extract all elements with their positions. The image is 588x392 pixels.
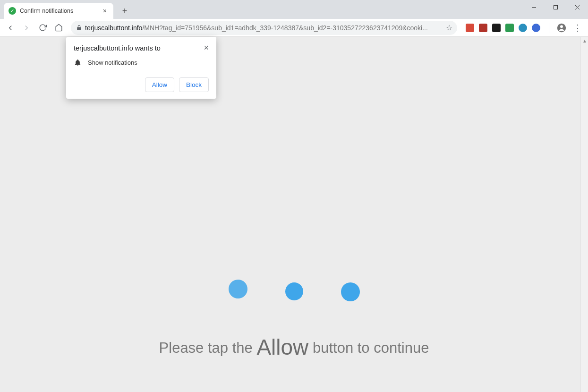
browser-tab[interactable]: Confirm notifications ×: [4, 3, 113, 19]
url-text: terjuscalbuttont.info/MNH?tag_id=751956&…: [85, 24, 443, 32]
address-bar[interactable]: terjuscalbuttont.info/MNH?tag_id=751956&…: [71, 21, 457, 35]
prompt-after: button to continue: [308, 340, 429, 356]
extension-icon[interactable]: [466, 24, 474, 32]
notification-permission-popup: terjuscalbuttont.info wants to × Show no…: [66, 37, 216, 99]
extension-icon[interactable]: [492, 24, 501, 32]
tab-title: Confirm notifications: [20, 8, 97, 14]
scrollbar[interactable]: ▲: [580, 37, 588, 392]
svg-point-5: [560, 25, 563, 28]
url-path: /MNH?tag_id=751956&sub_id1=adhdk_339-124…: [142, 24, 427, 32]
prompt-allow-word: Allow: [256, 335, 308, 359]
minimize-button[interactable]: [523, 0, 545, 14]
kebab-menu-icon[interactable]: ⋮: [571, 21, 584, 34]
profile-button[interactable]: [555, 21, 568, 34]
back-button[interactable]: [4, 21, 17, 34]
svg-rect-1: [554, 5, 557, 9]
new-tab-button[interactable]: +: [118, 4, 131, 17]
extension-icon[interactable]: [505, 24, 514, 32]
extension-icon[interactable]: [519, 24, 527, 32]
check-circle-icon: [9, 7, 16, 15]
scroll-up-arrow-icon[interactable]: ▲: [581, 37, 588, 44]
permission-title: terjuscalbuttont.info wants to: [74, 44, 161, 52]
reload-button[interactable]: [36, 21, 49, 34]
forward-button: [20, 21, 33, 34]
maximize-button[interactable]: [545, 0, 566, 14]
extension-icon[interactable]: [532, 24, 540, 32]
window-controls: [523, 0, 588, 14]
page-instruction-text: Please tap the Allow button to continue: [159, 334, 429, 360]
close-icon[interactable]: ×: [101, 6, 109, 16]
loader-dot: [341, 282, 360, 301]
allow-button[interactable]: Allow: [145, 77, 174, 92]
toolbar-divider: [549, 23, 549, 33]
close-window-button[interactable]: [566, 0, 588, 14]
extensions-row: [463, 24, 543, 32]
bell-icon: [74, 59, 81, 66]
url-host: terjuscalbuttont.info: [85, 24, 142, 32]
loader-dot: [285, 282, 303, 300]
titlebar: Confirm notifications × +: [0, 0, 588, 19]
close-icon[interactable]: ×: [204, 43, 209, 52]
block-button[interactable]: Block: [179, 77, 209, 92]
browser-window: Confirm notifications × +: [0, 0, 588, 392]
home-button[interactable]: [52, 21, 65, 34]
extension-icon[interactable]: [479, 24, 487, 32]
toolbar: terjuscalbuttont.info/MNH?tag_id=751956&…: [0, 19, 588, 37]
lock-icon: [76, 25, 82, 31]
loader-dot: [229, 280, 247, 298]
bookmark-star-icon[interactable]: ☆: [446, 23, 452, 32]
loading-dots: [229, 282, 360, 301]
prompt-before: Please tap the: [159, 340, 257, 356]
permission-row-text: Show notifications: [88, 59, 137, 66]
